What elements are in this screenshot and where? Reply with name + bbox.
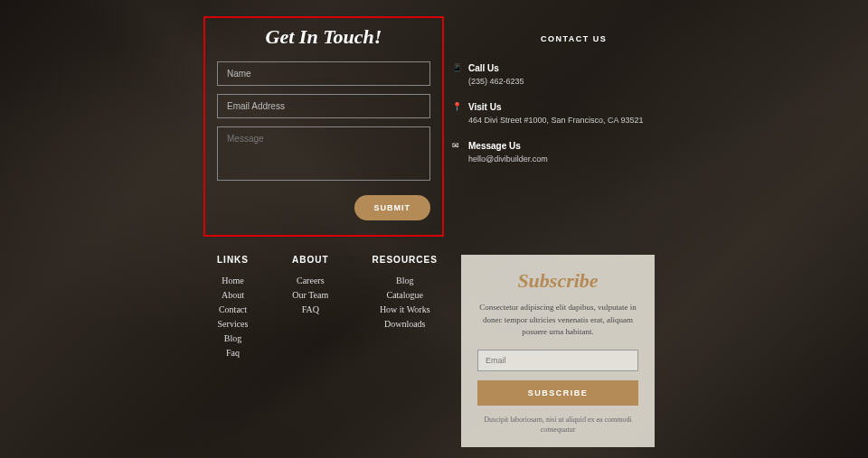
contact-message-title: Message Us bbox=[468, 141, 548, 151]
footer-link[interactable]: Blog bbox=[217, 333, 249, 343]
form-title: Get In Touch! bbox=[217, 25, 430, 49]
links-col-links: LINKS Home About Contact Services Blog F… bbox=[217, 255, 249, 362]
name-input[interactable] bbox=[217, 61, 430, 86]
contact-item-message: ✉ Message Us hello@divibuilder.com bbox=[452, 141, 644, 164]
footer-link[interactable]: Downloads bbox=[373, 319, 438, 329]
envelope-icon: ✉ bbox=[452, 141, 468, 164]
subscribe-footnote: Duscipit laboriosam, nisi ut aliquid ex … bbox=[477, 415, 638, 435]
footer-links: LINKS Home About Contact Services Blog F… bbox=[217, 255, 438, 362]
phone-icon: 📱 bbox=[452, 63, 468, 86]
subscribe-button[interactable]: SUBSCRIBE bbox=[477, 380, 638, 406]
footer-link[interactable]: About bbox=[217, 290, 249, 300]
footer-link[interactable]: FAQ bbox=[292, 304, 329, 314]
footer-link[interactable]: Home bbox=[217, 276, 249, 285]
footer-link[interactable]: Blog bbox=[373, 276, 438, 285]
contact-call-title: Call Us bbox=[468, 63, 524, 73]
links-header: LINKS bbox=[217, 255, 249, 265]
contact-call-detail: (235) 462-6235 bbox=[468, 77, 524, 86]
contact-visit-title: Visit Us bbox=[468, 102, 644, 112]
subscribe-title: Subscribe bbox=[477, 269, 638, 293]
submit-button[interactable]: SUBMIT bbox=[354, 195, 431, 220]
contact-item-call: 📱 Call Us (235) 462-6235 bbox=[452, 63, 644, 86]
map-pin-icon: 📍 bbox=[452, 102, 468, 125]
contact-message-detail: hello@divibuilder.com bbox=[468, 154, 548, 164]
contact-header: CONTACT US bbox=[541, 34, 644, 43]
links-header: ABOUT bbox=[292, 255, 329, 265]
links-header: RESOURCES bbox=[373, 255, 438, 265]
contact-item-visit: 📍 Visit Us 464 Divi Street #1000, San Fr… bbox=[452, 102, 644, 125]
contact-visit-detail: 464 Divi Street #1000, San Francisco, CA… bbox=[468, 116, 644, 125]
footer-link[interactable]: Catalogue bbox=[373, 290, 438, 300]
message-input[interactable] bbox=[217, 126, 430, 181]
subscribe-box: Subscribe Consectetur adipiscing elit da… bbox=[461, 255, 655, 447]
links-col-about: ABOUT Careers Our Team FAQ bbox=[292, 255, 329, 362]
footer-link[interactable]: Contact bbox=[217, 304, 249, 314]
contact-form: Get In Touch! SUBMIT bbox=[217, 25, 430, 220]
footer-link[interactable]: Our Team bbox=[292, 290, 329, 300]
contact-info: CONTACT US 📱 Call Us (235) 462-6235 📍 Vi… bbox=[452, 34, 644, 180]
email-input[interactable] bbox=[217, 94, 430, 118]
subscribe-email-input[interactable] bbox=[477, 350, 638, 371]
links-col-resources: RESOURCES Blog Catalogue How it Works Do… bbox=[373, 255, 438, 362]
footer-link[interactable]: Services bbox=[217, 319, 249, 329]
footer-link[interactable]: How it Works bbox=[373, 304, 438, 314]
subscribe-description: Consectetur adipiscing elit dapibus, vul… bbox=[477, 302, 638, 339]
footer-link[interactable]: Careers bbox=[292, 276, 329, 285]
footer-link[interactable]: Faq bbox=[217, 348, 249, 358]
